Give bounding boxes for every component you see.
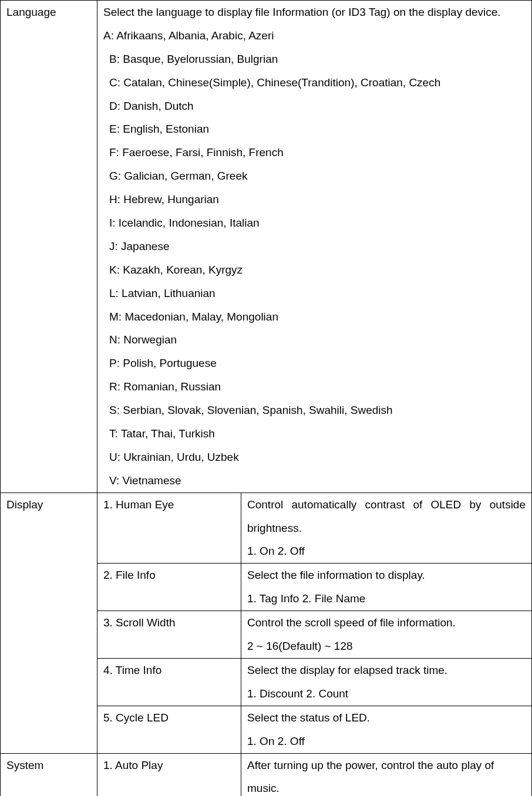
setting-name-cell: 1. Human Eye [97, 493, 241, 564]
language-line: A: Afrikaans, Albania, Arabic, Azeri [103, 24, 526, 48]
category-label: Language [6, 6, 56, 18]
language-line: I: Icelandic, Indonesian, Italian [103, 211, 526, 235]
setting-desc-cell: Select the file information to display. … [241, 564, 532, 611]
setting-options: 1. On 2. Off [247, 730, 526, 753]
setting-desc: Control automatically contrast of OLED b… [247, 493, 526, 540]
language-line: E: English, Estonian [103, 117, 526, 141]
category-label: Display [6, 498, 43, 511]
language-line: H: Hebrew, Hungarian [103, 188, 526, 211]
language-line: K: Kazakh, Korean, Kyrgyz [103, 258, 526, 282]
setting-desc: After turning up the power, control the … [247, 754, 526, 797]
settings-table: Language Select the language to display … [0, 0, 532, 796]
language-line: L: Latvian, Lithuanian [103, 282, 526, 305]
setting-name: 2. File Info [103, 569, 156, 581]
category-label: System [6, 759, 43, 771]
language-line: C: Catalan, Chinese(Simple), Chinese(Tra… [103, 71, 526, 95]
setting-desc: Select the display for elapsed track tim… [247, 659, 526, 682]
setting-desc: Control the scroll speed of file informa… [247, 611, 526, 635]
setting-name: 1. Auto Play [103, 759, 163, 771]
setting-name-cell: 4. Time Info [97, 658, 241, 706]
setting-desc: Select the file information to display. [247, 564, 526, 587]
language-line: N: Norwegian [103, 328, 526, 352]
language-line: T: Tatar, Thai, Turkish [103, 422, 526, 446]
setting-name: 3. Scroll Width [103, 616, 175, 629]
setting-name-cell: 3. Scroll Width [97, 611, 241, 659]
language-line: V: Vietnamese [103, 469, 526, 493]
setting-name-cell: 5. Cycle LED [97, 706, 241, 753]
setting-options: 2 ~ 16(Default) ~ 128 [247, 635, 526, 658]
setting-name-cell: 2. File Info [97, 564, 241, 611]
language-line: D: Danish, Dutch [103, 95, 526, 118]
setting-desc-cell: Control automatically contrast of OLED b… [241, 493, 532, 564]
language-intro: Select the language to display file Info… [103, 1, 526, 24]
setting-options: 1. On 2. Off [247, 539, 526, 563]
language-line: B: Basque, Byelorussian, Bulgrian [103, 48, 526, 71]
language-line: P: Polish, Portuguese [103, 352, 526, 375]
language-line: U: Ukrainian, Urdu, Uzbek [103, 446, 526, 469]
setting-name-cell: 1. Auto Play [97, 753, 241, 796]
table-row: System 1. Auto Play After turning up the… [1, 753, 532, 796]
setting-options: 1. Discount 2. Count [247, 682, 526, 706]
language-line: S: Serbian, Slovak, Slovenian, Spanish, … [103, 399, 526, 422]
setting-desc: Select the status of LED. [247, 706, 526, 730]
setting-desc-cell: Select the status of LED. 1. On 2. Off [241, 706, 532, 753]
language-line: J: Japanese [103, 235, 526, 258]
setting-name: 1. Human Eye [103, 498, 174, 511]
table-row: Language Select the language to display … [1, 1, 532, 493]
language-line: G: Galician, German, Greek [103, 164, 526, 188]
category-cell: System [1, 753, 97, 796]
setting-name: 4. Time Info [103, 664, 161, 676]
language-line: F: Faeroese, Farsi, Finnish, French [103, 141, 526, 164]
setting-name: 5. Cycle LED [103, 711, 169, 724]
language-line: R: Romanian, Russian [103, 375, 526, 399]
description-cell: Select the language to display file Info… [97, 1, 532, 493]
language-line: M: Macedonian, Malay, Mongolian [103, 305, 526, 329]
setting-options: 1. Tag Info 2. File Name [247, 587, 526, 611]
table-row: Display 1. Human Eye Control automatical… [1, 493, 532, 564]
category-cell: Display [1, 493, 97, 753]
category-cell: Language [1, 1, 97, 493]
setting-desc-cell: After turning up the power, control the … [241, 753, 532, 796]
setting-desc-cell: Control the scroll speed of file informa… [241, 611, 532, 659]
setting-desc-cell: Select the display for elapsed track tim… [241, 658, 532, 706]
